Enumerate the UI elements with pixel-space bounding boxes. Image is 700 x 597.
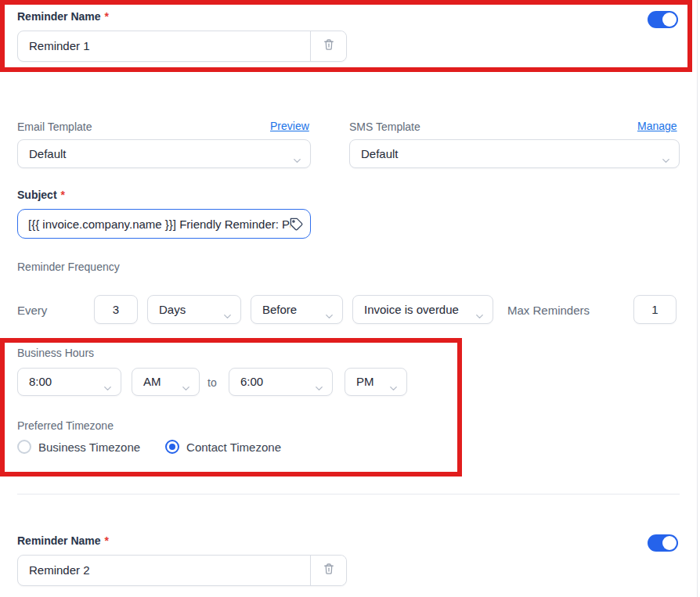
email-template-select[interactable]: Default [17,139,311,168]
reminder1-name-input[interactable]: Reminder 1 [18,31,310,61]
tag-icon[interactable] [289,217,304,235]
business-hours-label: Business Hours [17,347,94,359]
direction-select[interactable]: Before [251,295,343,324]
email-template-label: Email Template [17,120,92,133]
chevron-down-icon [323,304,335,324]
toggle-knob [662,13,677,27]
radio-contact-timezone-label: Contact Timezone [186,441,281,454]
start-meridiem-select[interactable]: AM [132,368,200,396]
reminder1-name-group: Reminder 1 [17,31,347,62]
interval-input[interactable]: 3 [94,295,138,324]
end-time-select[interactable]: 6:00 [229,368,333,396]
max-reminders-input[interactable]: 1 [633,295,677,324]
chevron-down-icon [291,149,303,168]
to-label: to [207,376,217,389]
email-template-value: Default [29,147,67,160]
end-meridiem-value: PM [356,375,374,388]
every-label: Every [17,304,47,317]
radio-contact-timezone[interactable]: Contact Timezone [165,440,281,454]
end-meridiem-select[interactable]: PM [345,368,407,396]
reminder2-enabled-toggle[interactable] [648,534,678,552]
chevron-down-icon [474,304,485,324]
subject-value: [{{ invoice.company.name }}] Friendly Re… [18,218,290,231]
start-meridiem-value: AM [143,375,161,388]
interval-unit-select[interactable]: Days [147,295,241,324]
start-time-value: 8:00 [29,375,52,388]
radio-unchecked-icon [17,440,31,454]
reminder1-name-label-text: Reminder Name [17,10,101,23]
reminder1-name-label: Reminder Name* [17,10,109,23]
reminder2-name-group: Reminder 2 [17,555,347,586]
timezone-radio-group: Business Timezone Contact Timezone [17,440,281,454]
sms-manage-link[interactable]: Manage [637,120,677,132]
reminder2-name-label: Reminder Name* [17,534,109,547]
trash-icon [322,38,336,55]
reminder2-name-label-text: Reminder Name [17,534,101,547]
reminder2-delete-button[interactable] [310,556,346,585]
chevron-down-icon [180,377,192,396]
trash-icon [322,562,336,579]
end-time-value: 6:00 [240,375,263,388]
radio-business-timezone-label: Business Timezone [38,441,140,454]
event-select[interactable]: Invoice is overdue [352,295,493,324]
required-asterisk: * [105,10,109,23]
section-divider [17,494,680,495]
chevron-down-icon [660,149,672,168]
required-asterisk: * [105,534,109,547]
container-right-border [697,0,698,597]
reminder1-enabled-toggle[interactable] [648,11,678,28]
reminder2-name-input[interactable]: Reminder 2 [18,556,310,585]
toggle-knob [662,536,677,550]
direction-value: Before [262,303,297,316]
reminder-settings-page: Reminder Name* Reminder 1 Email Template… [0,0,700,597]
sms-template-value: Default [361,147,399,160]
chevron-down-icon [102,377,114,396]
sms-template-label: SMS Template [349,120,420,133]
radio-checked-icon [165,440,179,454]
frequency-section-label: Reminder Frequency [17,261,120,273]
subject-input[interactable]: [{{ invoice.company.name }}] Friendly Re… [17,209,311,239]
interval-unit-value: Days [159,303,186,316]
required-asterisk: * [61,189,65,201]
max-reminders-label: Max Reminders [507,304,590,317]
reminder1-delete-button[interactable] [310,31,346,61]
email-preview-link[interactable]: Preview [270,120,309,132]
sms-template-select[interactable]: Default [349,139,680,168]
subject-label-text: Subject [17,189,57,201]
start-time-select[interactable]: 8:00 [17,368,121,396]
preferred-timezone-label: Preferred Timezone [17,419,114,432]
chevron-down-icon [388,377,399,396]
chevron-down-icon [222,304,233,324]
chevron-down-icon [313,377,325,396]
radio-business-timezone[interactable]: Business Timezone [17,440,140,454]
event-value: Invoice is overdue [364,303,459,316]
subject-label: Subject* [17,189,65,201]
